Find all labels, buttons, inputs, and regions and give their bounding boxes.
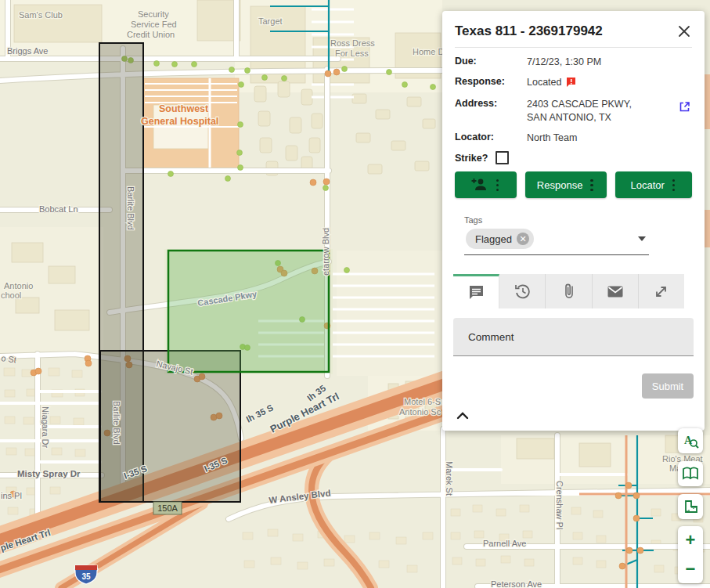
svg-text:chool: chool <box>1 290 21 300</box>
field-address: Address: 2403 CASCADE PKWY, SAN ANTONIO,… <box>455 98 692 124</box>
locator-value: North Team <box>527 132 577 145</box>
tab-expand[interactable] <box>639 274 684 308</box>
zoom-in-button[interactable]: + <box>678 532 703 549</box>
panel-tabbar <box>453 274 684 308</box>
tag-chip-flagged[interactable]: Flagged ✕ <box>466 229 534 249</box>
field-response: Response: Located <box>455 76 692 91</box>
submit-row: Submit <box>453 373 694 399</box>
label-search-icon: A <box>682 432 699 449</box>
legend-button[interactable] <box>678 461 703 486</box>
response-menu-kebab-icon[interactable] <box>589 178 595 193</box>
field-due: Due: 7/12/23, 1:30 PM <box>455 56 692 69</box>
ticket-title: Texas 811 - 2369179942 <box>455 23 603 39</box>
map-label-bobcat-ln: Bobcat Ln <box>39 204 78 214</box>
collapse-panel-button[interactable] <box>456 409 472 423</box>
field-strike: Strike? <box>455 151 692 164</box>
map-label-parnell-ave: Parnell Ave <box>483 539 526 548</box>
map-label-marek-st: Marek St <box>445 461 454 496</box>
locator-menu-kebab-icon[interactable] <box>671 178 677 193</box>
svg-text:Barlite Blvd: Barlite Blvd <box>112 401 121 445</box>
paperclip-icon <box>564 283 575 300</box>
svg-text:35: 35 <box>81 572 91 581</box>
chevron-up-icon <box>456 412 469 420</box>
svg-text:Service Fed: Service Fed <box>131 20 177 29</box>
map-label-target: Target <box>258 16 283 26</box>
exit-150a-badge: 150A <box>153 502 182 514</box>
zoom-out-button[interactable]: − <box>678 561 703 578</box>
map-label-misty-spray-dr: Misty Spray Dr <box>17 469 81 478</box>
tab-comments[interactable] <box>453 274 499 308</box>
tab-attachments[interactable] <box>546 274 592 308</box>
svg-text:Antonio: Antonio <box>4 281 33 290</box>
app-window: Sam's Club Security Service Fed Credit U… <box>0 0 710 588</box>
action-buttons: Response Locator <box>453 171 694 198</box>
comment-section <box>453 318 694 356</box>
svg-text:For Less: For Less <box>335 49 369 58</box>
due-value: 7/12/23, 1:30 PM <box>527 56 601 69</box>
map-label-briggs-ave: Briggs Ave <box>7 46 48 56</box>
svg-text:Credit Union: Credit Union <box>127 30 175 39</box>
close-button[interactable] <box>676 23 692 39</box>
strike-checkbox[interactable] <box>496 151 509 164</box>
map-label-peterson-ave: Peterson Ave <box>491 579 542 588</box>
chevron-down-icon[interactable] <box>638 236 646 241</box>
map-label-motel6: Motel 6-S <box>404 397 441 406</box>
map-label-niagara-dr: Niagara Dr <box>41 406 50 449</box>
book-icon <box>682 467 699 481</box>
map-label-crenshaw-pl: Crenshaw Pl <box>555 481 564 529</box>
ruler-icon <box>683 499 698 514</box>
map-label-sams-club: Sam's Club <box>19 10 63 20</box>
person-add-icon <box>471 178 488 192</box>
open-address-link[interactable] <box>679 101 690 115</box>
ticket-detail-panel: Texas 811 - 2369179942 Due: 7/12/23, 1:3… <box>442 11 705 431</box>
map-label-barlite-blvd: Barlite Blvd <box>126 186 135 230</box>
measure-button[interactable] <box>678 494 703 519</box>
map-label-jetarrow-blvd: etarrow Blvd <box>321 228 330 276</box>
response-button[interactable]: Response <box>525 171 607 198</box>
submit-button[interactable]: Submit <box>642 373 694 399</box>
svg-text:Ross Dress: Ross Dress <box>330 38 375 48</box>
response-alert-icon <box>566 77 576 91</box>
tags-select[interactable]: Flagged ✕ <box>464 225 649 255</box>
find-label-button[interactable]: A <box>678 428 703 453</box>
expand-icon <box>654 284 669 299</box>
ticket-extent-active-green[interactable] <box>168 251 329 372</box>
svg-text:Antonio Sc: Antonio Sc <box>399 407 441 417</box>
assign-menu-kebab-icon[interactable] <box>495 178 501 193</box>
tags-label: Tags <box>464 215 684 225</box>
tab-history[interactable] <box>499 274 546 308</box>
response-value: Located <box>527 76 576 91</box>
svg-text:150A: 150A <box>157 503 178 513</box>
panel-header: Texas 811 - 2369179942 <box>453 11 694 47</box>
map-label-security: Security <box>138 9 169 19</box>
envelope-icon <box>607 286 623 298</box>
svg-text:ins Pl: ins Pl <box>1 491 22 500</box>
close-icon <box>677 24 691 38</box>
svg-text:General Hospital: General Hospital <box>141 116 218 127</box>
locator-button[interactable]: Locator <box>615 171 692 198</box>
map-label-hospital: Southwest <box>159 103 209 114</box>
tags-section: Tags Flagged ✕ <box>464 215 684 255</box>
address-value: 2403 CASCADE PKWY, SAN ANTONIO, TX <box>527 98 651 124</box>
field-locator: Locator: North Team <box>455 132 692 145</box>
assign-button[interactable] <box>455 171 517 198</box>
remove-tag-icon[interactable]: ✕ <box>517 233 529 245</box>
comment-icon <box>468 285 485 300</box>
zoom-control: + − <box>678 526 703 583</box>
tab-email[interactable] <box>593 274 639 308</box>
external-link-icon <box>679 101 690 113</box>
history-icon <box>514 283 531 299</box>
svg-text:Home D: Home D <box>413 47 444 56</box>
comment-input[interactable] <box>453 318 694 356</box>
ticket-fields: Due: 7/12/23, 1:30 PM Response: Located … <box>453 48 694 164</box>
